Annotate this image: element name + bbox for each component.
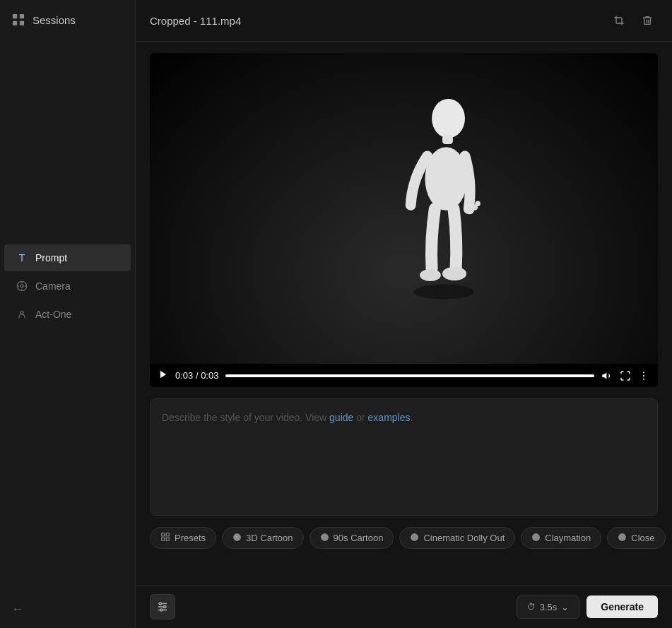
sidebar-header[interactable]: Sessions	[0, 0, 135, 40]
svg-rect-23	[166, 538, 169, 540]
svg-rect-0	[13, 14, 17, 18]
page-title: Cropped - 111.mp4	[150, 15, 241, 27]
camera-icon	[16, 280, 28, 292]
sidebar-bottom: ←	[0, 591, 135, 628]
content-area: 0:03 / 0:03	[136, 42, 672, 585]
progress-fill	[225, 374, 594, 377]
svg-rect-21	[166, 533, 169, 536]
svg-point-5	[20, 311, 23, 314]
video-section: 0:03 / 0:03	[136, 42, 672, 398]
chevron-down-icon: ⌄	[561, 602, 569, 612]
cinematic-dolly-out-label: Cinematic Dolly Out	[423, 533, 505, 543]
close-label: Close	[631, 533, 654, 543]
bottom-toolbar: ⏱ 3.5s ⌄ Generate	[136, 585, 672, 628]
3d-cartoon-chip[interactable]: 3D Cartoon	[222, 527, 303, 549]
play-button[interactable]	[158, 369, 168, 381]
prompt-icon: T	[16, 251, 28, 264]
sidebar-item-act-one[interactable]: Act-One	[4, 301, 131, 328]
svg-rect-22	[162, 538, 165, 540]
90s-cartoon-icon	[320, 533, 329, 544]
sidebar-item-label-prompt: Prompt	[35, 252, 67, 263]
svg-rect-3	[20, 21, 24, 25]
prompt-input[interactable]	[162, 431, 646, 502]
claymation-icon	[531, 533, 541, 544]
sessions-icon	[11, 13, 25, 27]
cinematic-dolly-out-chip[interactable]: Cinematic Dolly Out	[399, 527, 515, 549]
svg-point-34	[160, 609, 163, 611]
header-actions	[608, 10, 658, 31]
prompt-period: .	[411, 412, 413, 423]
3d-cartoon-icon	[232, 533, 242, 544]
back-icon[interactable]: ←	[11, 602, 24, 617]
video-canvas	[150, 53, 658, 364]
svg-point-33	[164, 606, 166, 608]
svg-point-25	[321, 533, 329, 541]
main-area: Cropped - 111.mp4	[136, 0, 672, 628]
svg-point-4	[20, 285, 23, 288]
figure-container	[150, 53, 658, 364]
generate-button[interactable]: Generate	[586, 596, 658, 618]
svg-rect-7	[442, 135, 453, 144]
svg-point-27	[532, 533, 540, 541]
svg-rect-20	[162, 533, 165, 536]
right-controls: ⏱ 3.5s ⌄ Generate	[517, 596, 658, 619]
svg-point-32	[160, 603, 162, 605]
duration-label: 3.5s	[540, 602, 558, 612]
more-button[interactable]	[638, 370, 649, 381]
prompt-box[interactable]: Describe the style of your video. View g…	[150, 398, 658, 516]
sidebar-nav: T Prompt Camera Act-One	[0, 237, 135, 591]
svg-point-14	[413, 284, 473, 299]
duration-button[interactable]: ⏱ 3.5s ⌄	[517, 596, 580, 619]
volume-button[interactable]	[601, 370, 613, 381]
sidebar-item-label-camera: Camera	[35, 280, 71, 292]
90s-cartoon-label: 90s Cartoon	[334, 533, 384, 543]
svg-point-28	[618, 533, 626, 541]
fullscreen-button[interactable]	[620, 370, 631, 381]
act-one-icon	[16, 308, 28, 321]
presets-chip-icon	[160, 532, 170, 544]
delete-button[interactable]	[637, 10, 658, 31]
sidebar: Sessions T Prompt Camera	[0, 0, 136, 628]
90s-cartoon-chip[interactable]: 90s Cartoon	[310, 527, 394, 549]
sidebar-item-prompt[interactable]: T Prompt	[4, 244, 131, 271]
svg-point-12	[420, 269, 441, 281]
svg-marker-16	[602, 372, 606, 379]
sidebar-item-label-act-one: Act-One	[35, 309, 71, 320]
close-chip-icon	[618, 533, 627, 544]
prompt-placeholder-text: Describe the style of your video. View	[162, 412, 329, 423]
sidebar-item-camera[interactable]: Camera	[4, 273, 131, 300]
header: Cropped - 111.mp4	[136, 0, 672, 42]
figure-svg	[379, 88, 506, 314]
time-display: 0:03 / 0:03	[175, 370, 218, 381]
adjust-button[interactable]	[150, 594, 175, 620]
prompt-or-text: or	[353, 412, 367, 423]
close-chip[interactable]: Close	[607, 527, 665, 549]
prompt-section: Describe the style of your video. View g…	[136, 398, 672, 527]
svg-point-17	[643, 372, 644, 373]
progress-container[interactable]	[225, 374, 594, 377]
svg-point-11	[475, 201, 480, 206]
sidebar-title: Sessions	[33, 14, 76, 26]
presets-label: Presets	[175, 533, 206, 543]
svg-point-19	[643, 378, 644, 379]
clock-icon: ⏱	[527, 602, 536, 612]
svg-point-24	[233, 533, 241, 541]
guide-link[interactable]: guide	[329, 412, 353, 423]
svg-rect-1	[20, 14, 24, 18]
svg-rect-2	[13, 21, 17, 25]
svg-point-13	[442, 267, 466, 280]
presets-chip[interactable]: Presets	[150, 527, 216, 549]
svg-point-26	[411, 533, 418, 541]
presets-bar: Presets 3D Cartoon 90s Cartoon Cinematic…	[136, 527, 672, 557]
progress-bar[interactable]	[225, 374, 594, 377]
3d-cartoon-label: 3D Cartoon	[246, 533, 293, 543]
svg-point-6	[432, 99, 465, 138]
crop-button[interactable]	[608, 10, 630, 31]
examples-link[interactable]: examples	[368, 412, 411, 423]
svg-point-18	[643, 375, 644, 377]
prompt-hint: Describe the style of your video. View g…	[162, 410, 646, 425]
video-wrapper: 0:03 / 0:03	[150, 53, 658, 387]
claymation-chip[interactable]: Claymation	[521, 527, 601, 549]
claymation-label: Claymation	[545, 533, 591, 543]
svg-marker-15	[160, 371, 166, 379]
